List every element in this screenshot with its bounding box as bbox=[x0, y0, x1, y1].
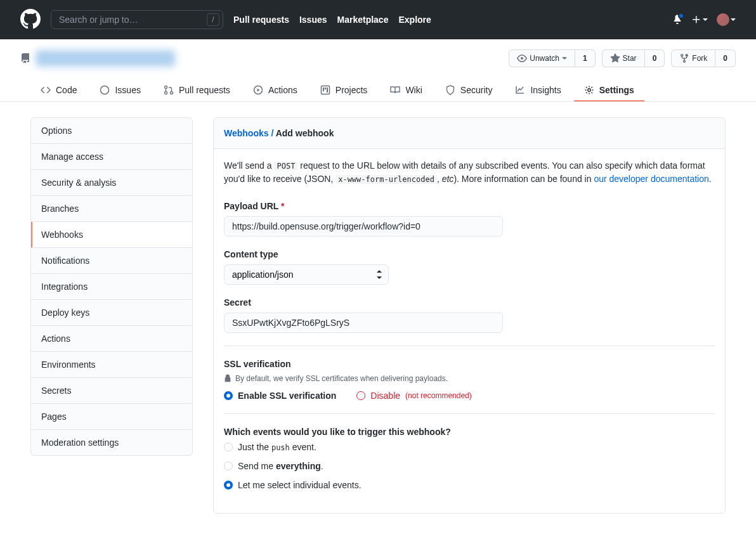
search-input[interactable] bbox=[51, 10, 223, 29]
caret-down-icon bbox=[562, 57, 567, 60]
content-type-label: Content type bbox=[224, 249, 715, 259]
ssl-disable-label: Disable bbox=[370, 391, 400, 401]
fork-icon bbox=[679, 53, 689, 63]
issue-icon bbox=[100, 85, 110, 95]
sidebar-item-manage-access[interactable]: Manage access bbox=[31, 144, 192, 170]
fork-button[interactable]: Fork bbox=[671, 49, 715, 67]
nav-pull-requests[interactable]: Pull requests bbox=[233, 15, 289, 25]
repo-icon bbox=[20, 53, 30, 63]
star-icon bbox=[610, 53, 620, 63]
payload-url-input[interactable] bbox=[224, 216, 503, 237]
fork-count[interactable]: 0 bbox=[715, 49, 736, 67]
lock-icon bbox=[224, 374, 231, 383]
tab-code[interactable]: Code bbox=[30, 80, 87, 101]
tab-pull-requests[interactable]: Pull requests bbox=[153, 80, 240, 101]
global-header: / Pull requests Issues Marketplace Explo… bbox=[0, 0, 756, 39]
divider bbox=[224, 413, 715, 414]
nav-marketplace[interactable]: Marketplace bbox=[337, 15, 389, 25]
tab-projects[interactable]: Projects bbox=[310, 80, 378, 101]
book-icon bbox=[390, 85, 400, 95]
play-icon bbox=[253, 85, 263, 95]
tab-settings[interactable]: Settings bbox=[574, 80, 644, 101]
github-logo[interactable] bbox=[20, 9, 41, 31]
intro-text: We'll send a POST request to the URL bel… bbox=[224, 159, 715, 186]
avatar bbox=[717, 13, 729, 26]
eye-icon bbox=[517, 53, 527, 63]
unwatch-button[interactable]: Unwatch bbox=[509, 49, 575, 67]
tab-security[interactable]: Security bbox=[435, 80, 503, 101]
tab-actions[interactable]: Actions bbox=[243, 80, 308, 101]
sidebar-item-security-analysis[interactable]: Security & analysis bbox=[31, 170, 192, 196]
tab-label: Security bbox=[460, 85, 493, 95]
sidebar-item-actions[interactable]: Actions bbox=[31, 326, 192, 352]
watchers-count[interactable]: 1 bbox=[575, 49, 596, 67]
repo-header: Unwatch 1 Star 0 Fork 0 Code bbox=[0, 39, 756, 102]
star-count[interactable]: 0 bbox=[645, 49, 665, 67]
tab-label: Pull requests bbox=[179, 85, 230, 95]
radio-indicator bbox=[224, 391, 233, 400]
repo-tabs: Code Issues Pull requests Actions Projec… bbox=[20, 80, 736, 101]
sidebar-item-pages[interactable]: Pages bbox=[31, 404, 192, 430]
breadcrumb-sep: / bbox=[269, 128, 276, 138]
create-new-button[interactable] bbox=[691, 15, 708, 25]
fork-label: Fork bbox=[692, 54, 707, 63]
star-label: Star bbox=[623, 54, 637, 63]
content-type-select[interactable]: application/json bbox=[224, 264, 389, 285]
tab-wiki[interactable]: Wiki bbox=[380, 80, 432, 101]
nav-issues[interactable]: Issues bbox=[299, 15, 327, 25]
breadcrumb-current: Add webhook bbox=[276, 128, 334, 138]
svg-rect-10 bbox=[327, 88, 328, 93]
header-right bbox=[672, 13, 736, 26]
tab-issues[interactable]: Issues bbox=[89, 80, 150, 101]
tab-label: Insights bbox=[530, 85, 561, 95]
ssl-enable-label: Enable SSL verification bbox=[238, 391, 336, 401]
plus-icon bbox=[691, 15, 701, 25]
user-menu-button[interactable] bbox=[717, 13, 736, 26]
tab-label: Settings bbox=[599, 85, 634, 95]
sidebar-item-integrations[interactable]: Integrations bbox=[31, 274, 192, 300]
content-panel: Webhooks / Add webhook We'll send a POST… bbox=[213, 117, 726, 514]
ssl-note: By default, we verify SSL certificates w… bbox=[224, 374, 715, 383]
sidebar-item-options[interactable]: Options bbox=[31, 118, 192, 144]
header-nav: Pull requests Issues Marketplace Explore bbox=[233, 15, 431, 25]
sidebar-item-deploy-keys[interactable]: Deploy keys bbox=[31, 300, 192, 326]
tab-label: Issues bbox=[115, 85, 140, 95]
ssl-heading: SSL verification bbox=[224, 359, 715, 369]
tab-label: Actions bbox=[268, 85, 297, 95]
sidebar-item-branches[interactable]: Branches bbox=[31, 196, 192, 222]
secret-label: Secret bbox=[224, 297, 715, 308]
radio-indicator bbox=[224, 462, 233, 470]
breadcrumb-parent[interactable]: Webhooks bbox=[224, 128, 269, 138]
star-button[interactable]: Star bbox=[602, 49, 645, 67]
radio-indicator bbox=[224, 443, 233, 451]
developer-docs-link[interactable]: our developer documentation bbox=[594, 174, 708, 184]
tab-label: Wiki bbox=[405, 85, 422, 95]
events-everything-radio[interactable]: Send me everything. bbox=[224, 461, 715, 471]
svg-rect-8 bbox=[323, 88, 324, 91]
secret-input[interactable] bbox=[224, 313, 503, 333]
caret-down-icon bbox=[731, 18, 736, 21]
svg-rect-7 bbox=[321, 86, 329, 94]
svg-rect-9 bbox=[325, 88, 326, 89]
code-icon bbox=[41, 85, 51, 95]
ssl-enable-radio[interactable]: Enable SSL verification bbox=[224, 391, 336, 401]
notifications-button[interactable] bbox=[672, 14, 682, 26]
events-individual-radio[interactable]: Let me select individual events. bbox=[224, 480, 715, 490]
breadcrumb: Webhooks / Add webhook bbox=[214, 118, 725, 149]
ssl-disable-radio[interactable]: Disable (not recommended) bbox=[356, 391, 471, 401]
search-slash-hint: / bbox=[207, 13, 219, 26]
radio-indicator bbox=[356, 391, 365, 400]
project-icon bbox=[320, 85, 330, 95]
sidebar-item-moderation-settings[interactable]: Moderation settings bbox=[31, 430, 192, 455]
unwatch-label: Unwatch bbox=[530, 54, 559, 63]
sidebar-item-secrets[interactable]: Secrets bbox=[31, 378, 192, 404]
sidebar-item-notifications[interactable]: Notifications bbox=[31, 248, 192, 274]
sidebar-item-environments[interactable]: Environments bbox=[31, 352, 192, 378]
nav-explore[interactable]: Explore bbox=[398, 15, 431, 25]
tab-insights[interactable]: Insights bbox=[505, 80, 571, 101]
shield-icon bbox=[445, 85, 455, 95]
divider bbox=[224, 346, 715, 346]
pr-icon bbox=[164, 85, 174, 95]
sidebar-item-webhooks[interactable]: Webhooks bbox=[31, 222, 192, 248]
events-just-push-radio[interactable]: Just the push event. bbox=[224, 442, 715, 452]
